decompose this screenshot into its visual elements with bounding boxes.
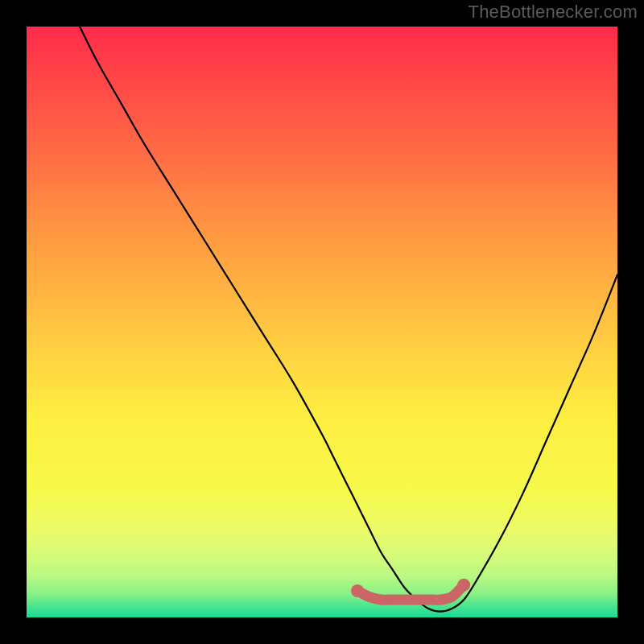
watermark-text: TheBottlenecker.com [469, 2, 638, 23]
svg-point-1 [457, 579, 470, 592]
optimal-range-marker [27, 27, 617, 617]
svg-point-0 [351, 584, 364, 597]
chart-frame: TheBottlenecker.com [0, 0, 644, 644]
